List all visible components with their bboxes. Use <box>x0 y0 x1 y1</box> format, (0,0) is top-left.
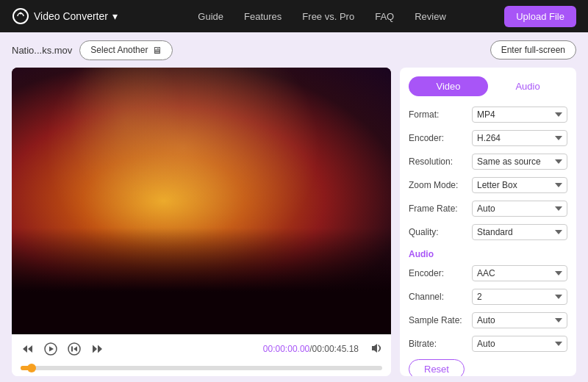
progress-thumb[interactable] <box>27 364 36 372</box>
setting-row-audio-encoder: Encoder: AACMP3AC3 <box>409 264 567 283</box>
rewind-button[interactable] <box>21 342 35 356</box>
top-nav: Video Converter ▾ Guide Features Free vs… <box>0 0 588 32</box>
time-current: 00:00:00.00 <box>263 344 309 354</box>
nav-links: Guide Features Free vs. Pro FAQ Review <box>140 11 504 22</box>
main-content: 00:00:00.00/00:00:45.18 Video Audio <box>0 68 588 382</box>
quality-label: Quality: <box>409 227 439 237</box>
nav-link-faq[interactable]: FAQ <box>375 11 394 22</box>
video-area <box>12 68 391 334</box>
tab-video[interactable]: Video <box>409 76 488 96</box>
video-silhouette <box>12 228 391 334</box>
nav-link-freevspro[interactable]: Free vs. Pro <box>302 11 354 22</box>
select-another-label: Select Another <box>90 45 148 55</box>
volume-button[interactable] <box>370 342 382 356</box>
toolbar-row: Natio...ks.mov Select Another 🖥 Enter fu… <box>0 32 588 68</box>
nav-link-review[interactable]: Review <box>415 11 446 22</box>
play-button[interactable] <box>43 341 59 357</box>
format-select[interactable]: MP4MOVAVIMKV <box>472 107 567 123</box>
skip-forward-button[interactable] <box>90 342 104 356</box>
sample-rate-select[interactable]: Auto4410048000 <box>472 312 567 328</box>
skip-forward-icon <box>91 343 103 355</box>
channel-select[interactable]: 215.1 <box>472 289 567 305</box>
setting-row-resolution: Resolution: Same as source1080p720p480p <box>409 152 567 171</box>
frame-rate-label: Frame Rate: <box>409 203 458 214</box>
audio-section-label: Audio <box>409 249 567 259</box>
skip-back-button[interactable] <box>66 341 82 357</box>
play-icon <box>44 342 57 356</box>
svg-point-0 <box>13 9 28 24</box>
video-thumbnail <box>12 68 391 334</box>
file-name: Natio...ks.mov <box>12 45 72 56</box>
zoom-mode-select[interactable]: Letter BoxCropPan & Scan <box>472 177 567 193</box>
encoder-select[interactable]: H.264H.265VP9 <box>472 130 567 146</box>
logo-icon <box>12 7 29 25</box>
svg-point-1 <box>20 12 22 15</box>
tab-audio[interactable]: Audio <box>488 76 567 96</box>
setting-row-bitrate: Bitrate: Auto128k256k <box>409 334 567 353</box>
encoder-label: Encoder: <box>409 133 444 143</box>
zoom-mode-label: Zoom Mode: <box>409 180 458 190</box>
volume-icon <box>370 342 382 354</box>
nav-link-features[interactable]: Features <box>244 11 282 22</box>
channel-label: Channel: <box>409 292 444 302</box>
resolution-select[interactable]: Same as source1080p720p480p <box>472 154 567 170</box>
setting-row-channel: Channel: 215.1 <box>409 287 567 306</box>
tabs-row: Video Audio <box>409 76 567 96</box>
nav-logo[interactable]: Video Converter ▾ <box>12 7 118 25</box>
video-controls: 00:00:00.00/00:00:45.18 <box>12 334 391 363</box>
setting-row-quality: Quality: StandardHighLow <box>409 223 567 242</box>
skip-back-icon <box>68 342 81 356</box>
settings-panel: Video Audio Format: MP4MOVAVIMKV Encoder… <box>400 68 576 376</box>
quality-select[interactable]: StandardHighLow <box>472 224 567 240</box>
upload-file-button[interactable]: Upload File <box>504 6 576 27</box>
nav-logo-arrow: ▾ <box>112 10 118 22</box>
time-display: 00:00:00.00/00:00:45.18 <box>112 344 359 354</box>
setting-row-encoder: Encoder: H.264H.265VP9 <box>409 129 567 148</box>
audio-encoder-label: Encoder: <box>409 268 444 278</box>
setting-row-format: Format: MP4MOVAVIMKV <box>409 105 567 124</box>
resolution-label: Resolution: <box>409 156 453 167</box>
toolbar-left: Natio...ks.mov Select Another 🖥 <box>12 40 173 60</box>
setting-row-frame-rate: Frame Rate: Auto243060 <box>409 199 567 218</box>
rewind-icon <box>22 343 34 355</box>
time-total: 00:00:45.18 <box>312 344 359 354</box>
bitrate-label: Bitrate: <box>409 339 437 349</box>
video-panel: 00:00:00.00/00:00:45.18 <box>12 68 391 376</box>
setting-row-zoom-mode: Zoom Mode: Letter BoxCropPan & Scan <box>409 176 567 195</box>
svg-rect-4 <box>71 347 73 352</box>
setting-row-sample-rate: Sample Rate: Auto4410048000 <box>409 311 567 330</box>
format-label: Format: <box>409 109 439 120</box>
progress-track[interactable] <box>21 366 382 370</box>
audio-encoder-select[interactable]: AACMP3AC3 <box>472 265 567 281</box>
nav-link-guide[interactable]: Guide <box>198 11 223 22</box>
reset-button[interactable]: Reset <box>409 359 465 376</box>
monitor-icon: 🖥 <box>152 45 162 56</box>
sample-rate-label: Sample Rate: <box>409 315 462 325</box>
select-another-button[interactable]: Select Another 🖥 <box>79 40 173 60</box>
bitrate-select[interactable]: Auto128k256k <box>472 336 567 352</box>
nav-logo-text: Video Converter <box>34 10 108 22</box>
progress-bar-row <box>12 363 391 376</box>
enter-fullscreen-button[interactable]: Enter full-screen <box>490 40 576 60</box>
frame-rate-select[interactable]: Auto243060 <box>472 201 567 217</box>
